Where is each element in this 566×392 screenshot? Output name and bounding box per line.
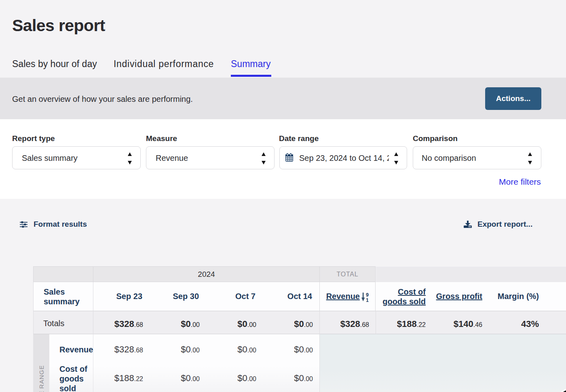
svg-text:1: 1 — [366, 297, 369, 302]
